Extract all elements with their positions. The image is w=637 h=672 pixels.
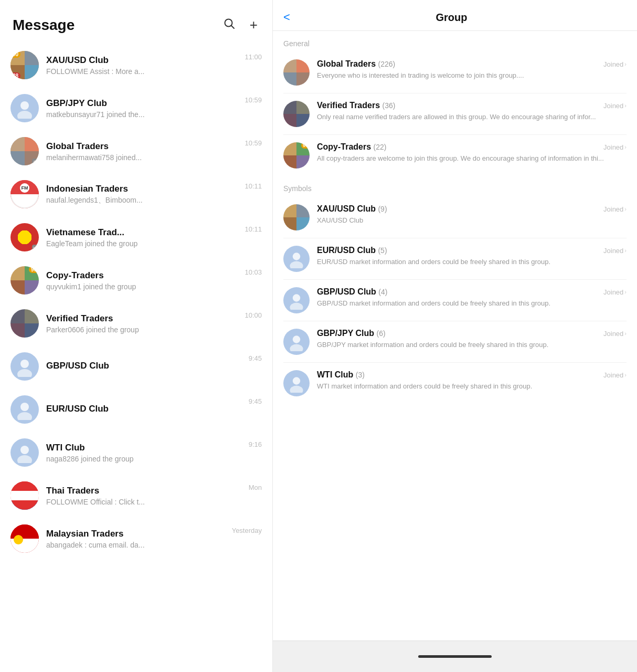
svg-point-8 xyxy=(20,446,29,454)
joined-text: Joined xyxy=(603,205,623,213)
right-panel-title: Group xyxy=(299,12,604,24)
message-preview: FOLLOWME Official : Click t... xyxy=(46,498,243,506)
group-item[interactable]: Global Traders (226) Joined › Everyone w… xyxy=(273,52,637,93)
list-item[interactable]: 90 38 XAU/USD Club FOLLOWME Assist : Mor… xyxy=(0,44,272,87)
message-name: Global Traders xyxy=(46,141,239,152)
joined-text: Joined xyxy=(603,330,623,338)
group-item[interactable]: EUR/USD Club (5) Joined › EUR/USD market… xyxy=(273,238,637,279)
group-info: WTI Club (3) Joined › WTI market informa… xyxy=(317,370,627,391)
add-button[interactable]: + xyxy=(248,15,260,35)
message-content: Indonesian Traders naufal.legends1、Bimbo… xyxy=(46,184,239,205)
avatar xyxy=(10,395,39,424)
group-name-row: EUR/USD Club (5) Joined › xyxy=(317,246,627,255)
badge-38: 38 xyxy=(10,72,20,79)
joined-badge: Joined › xyxy=(603,371,627,379)
list-item[interactable]: Thai Traders FOLLOWME Official : Click t… xyxy=(0,474,272,517)
joined-text: Joined xyxy=(603,371,623,379)
message-name: EUR/USD Club xyxy=(46,404,243,414)
joined-text: Joined xyxy=(603,288,623,296)
group-description: WTI market information and orders could … xyxy=(317,382,627,391)
joined-text: Joined xyxy=(603,143,623,151)
group-item[interactable]: GBP/JPY Club (6) Joined › GBP/JPY market… xyxy=(273,321,637,362)
message-content: Vietnamese Trad... EagleTeam joined the … xyxy=(46,227,239,248)
group-info: GBP/JPY Club (6) Joined › GBP/JPY market… xyxy=(317,329,627,350)
chevron-right-icon: › xyxy=(624,206,627,212)
group-info: Copy-Traders (22) Joined › All copy-trad… xyxy=(317,142,627,163)
message-preview: EagleTeam joined the group xyxy=(46,239,239,248)
message-time: 9:16 xyxy=(249,438,262,448)
message-name: Malaysian Traders xyxy=(46,529,227,539)
badge-vi: vi xyxy=(32,245,39,251)
message-time: 11:00 xyxy=(245,51,262,61)
section-label-general: General xyxy=(273,31,637,52)
avatar xyxy=(10,94,39,122)
list-item[interactable]: FM Indonesian Traders naufal.legends1、Bi… xyxy=(0,173,272,216)
message-preview: matkebunsayur71 joined the... xyxy=(46,110,239,119)
message-name: GBP/JPY Club xyxy=(46,98,239,109)
message-content: XAU/USD Club FOLLOWME Assist : More a... xyxy=(46,55,239,76)
message-content: Malaysian Traders abangadek : cuma email… xyxy=(46,529,227,549)
message-time: 9:45 xyxy=(249,352,262,362)
group-name: Verified Traders (36) xyxy=(317,101,395,110)
group-name-row: XAU/USD Club (9) Joined › xyxy=(317,204,627,214)
svg-line-1 xyxy=(231,25,234,28)
message-name: Indonesian Traders xyxy=(46,184,239,194)
message-content: EUR/USD Club xyxy=(46,404,243,416)
group-name-row: WTI Club (3) Joined › xyxy=(317,370,627,380)
joined-text: Joined xyxy=(603,60,623,68)
svg-point-6 xyxy=(20,403,29,411)
list-item[interactable]: GBP/USD Club 9:45 xyxy=(0,345,272,388)
message-preview: abangadek : cuma email. da... xyxy=(46,541,227,549)
group-item[interactable]: Verified Traders (36) Joined › Only real… xyxy=(273,93,637,134)
svg-point-3 xyxy=(17,111,32,119)
group-name: Copy-Traders (22) xyxy=(317,142,387,152)
group-name: XAU/USD Club (9) xyxy=(317,204,387,214)
left-header: Message + xyxy=(0,0,272,44)
list-item[interactable]: WTI Club naga8286 joined the group 9:16 xyxy=(0,431,272,474)
list-item[interactable]: si Global Traders melanihermawati758 joi… xyxy=(0,130,272,173)
group-name-row: Copy-Traders (22) Joined › xyxy=(317,142,627,152)
joined-text: Joined xyxy=(603,247,623,255)
message-name: WTI Club xyxy=(46,443,243,453)
message-name: XAU/USD Club xyxy=(46,55,239,66)
svg-point-12 xyxy=(293,294,300,301)
avatar xyxy=(283,287,310,313)
group-description: Only real name verified traders are allo… xyxy=(317,112,627,122)
back-button[interactable]: < xyxy=(283,10,290,24)
group-item[interactable]: WTI Club (3) Joined › WTI market informa… xyxy=(273,363,637,404)
list-item[interactable]: EUR/USD Club 9:45 xyxy=(0,388,272,431)
group-info: Verified Traders (36) Joined › Only real… xyxy=(317,101,627,122)
joined-badge: Joined › xyxy=(603,247,627,255)
message-name: Copy-Traders xyxy=(46,270,239,281)
message-content: Global Traders melanihermawati758 joined… xyxy=(46,141,239,162)
list-item[interactable]: 90 Copy-Traders quyvukim1 joined the gro… xyxy=(0,259,272,302)
list-item[interactable]: vi Vietnamese Trad... EagleTeam joined t… xyxy=(0,216,272,259)
message-preview: naufal.legends1、Bimboom... xyxy=(46,196,239,205)
group-item[interactable]: 90 Copy-Traders (22) Joined › All copy-t… xyxy=(273,135,637,176)
left-panel: Message + 90 38 xyxy=(0,0,273,672)
chevron-right-icon: › xyxy=(624,289,627,295)
group-description: EUR/USD market information and orders co… xyxy=(317,257,627,267)
message-content: Verified Traders Parker0606 joined the g… xyxy=(46,313,239,334)
group-name: Global Traders (226) xyxy=(317,59,395,69)
group-name: GBP/JPY Club (6) xyxy=(317,329,386,338)
list-item[interactable]: GBP/JPY Club matkebunsayur71 joined the.… xyxy=(0,87,272,130)
group-description: XAU/USD Club xyxy=(317,216,627,225)
message-content: GBP/JPY Club matkebunsayur71 joined the.… xyxy=(46,98,239,119)
list-item[interactable]: Malaysian Traders abangadek : cuma email… xyxy=(0,517,272,560)
group-name: EUR/USD Club (5) xyxy=(317,246,387,255)
group-description: GBP/JPY market information and orders co… xyxy=(317,340,627,350)
group-name: WTI Club (3) xyxy=(317,370,365,380)
group-item[interactable]: GBP/USD Club (4) Joined › GBP/USD market… xyxy=(273,280,637,321)
group-item[interactable]: XAU/USD Club (9) Joined › XAU/USD Club xyxy=(273,197,637,238)
search-button[interactable] xyxy=(221,16,237,35)
list-item[interactable]: Verified Traders Parker0606 joined the g… xyxy=(0,302,272,345)
right-panel: < Group General Global Traders (226) xyxy=(273,0,637,672)
message-preview: quyvukim1 joined the group xyxy=(46,282,239,291)
message-time: 10:59 xyxy=(245,94,262,104)
right-header: < Group xyxy=(273,0,637,31)
svg-point-13 xyxy=(290,303,303,310)
message-name: Verified Traders xyxy=(46,313,239,324)
bottom-bar xyxy=(273,640,637,672)
avatar xyxy=(283,329,310,355)
